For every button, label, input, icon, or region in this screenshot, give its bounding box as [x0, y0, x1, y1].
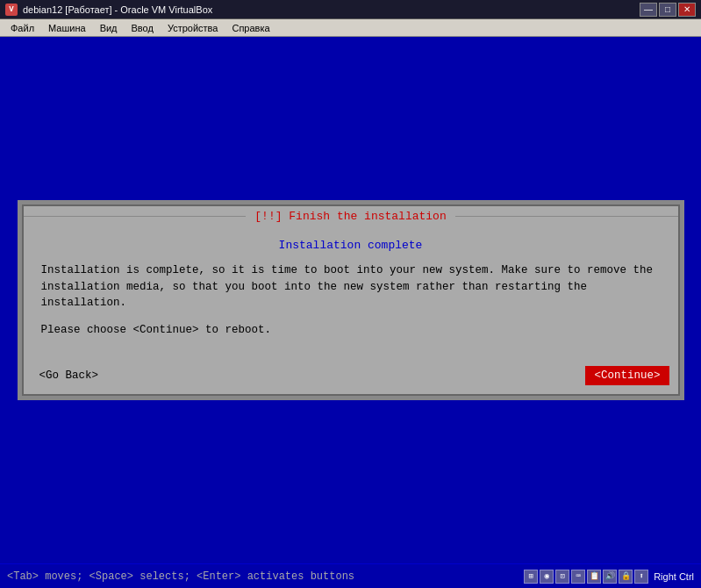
menu-devices[interactable]: Устройства [161, 21, 225, 35]
go-back-button[interactable]: <Go Back> [32, 366, 106, 385]
taskbar-icon-4[interactable]: ⌨ [571, 570, 585, 584]
dialog-titlebar: [!!] Finish the installation [24, 206, 678, 226]
continue-button[interactable]: <Continue> [585, 366, 669, 385]
dialog-body: Installation complete Installation is co… [24, 226, 678, 362]
vm-screen: [!!] Finish the installation Installatio… [0, 37, 701, 563]
right-ctrl-label: Right Ctrl [654, 571, 694, 582]
taskbar-icon-2[interactable]: ◉ [540, 570, 554, 584]
maximize-button[interactable]: □ [659, 3, 676, 17]
titlebar: V debian12 [Работает] - Oracle VM Virtua… [0, 0, 701, 19]
statusbar-right: ⊞ ◉ ⊡ ⌨ 📋 🔊 🔒 ⬆ Right Ctrl [524, 570, 694, 584]
app-icon: V [5, 4, 18, 16]
close-button[interactable]: ✕ [678, 3, 696, 17]
taskbar-icon-7[interactable]: 🔒 [619, 570, 633, 584]
menu-help[interactable]: Справка [225, 21, 276, 35]
window-controls: — □ ✕ [640, 3, 696, 17]
taskbar-icon-1[interactable]: ⊞ [524, 570, 538, 584]
finish-installation-dialog: [!!] Finish the installation Installatio… [22, 204, 680, 396]
taskbar-icon-8[interactable]: ⬆ [634, 570, 648, 584]
minimize-button[interactable]: — [640, 3, 657, 17]
menu-machine[interactable]: Машина [41, 21, 93, 35]
menu-file[interactable]: Файл [4, 21, 41, 35]
dialog-body-text: Installation is complete, so it is time … [41, 262, 661, 312]
dialog-prompt: Please choose <Continue> to reboot. [41, 324, 661, 336]
window-title: debian12 [Работает] - Oracle VM VirtualB… [23, 4, 640, 15]
dialog-outer: [!!] Finish the installation Installatio… [18, 200, 684, 400]
menu-input[interactable]: Ввод [125, 21, 161, 35]
dialog-buttons: <Go Back> <Continue> [24, 362, 678, 394]
menu-view[interactable]: Вид [93, 21, 125, 35]
dialog-title: [!!] Finish the installation [246, 210, 454, 223]
dialog-subtitle: Installation complete [41, 239, 661, 252]
statusbar: <Tab> moves; <Space> selects; <Enter> ac… [0, 563, 701, 588]
taskbar-icon-3[interactable]: ⊡ [555, 570, 569, 584]
menubar: Файл Машина Вид Ввод Устройства Справка [0, 19, 701, 37]
taskbar-icon-6[interactable]: 🔊 [603, 570, 617, 584]
statusbar-text: <Tab> moves; <Space> selects; <Enter> ac… [7, 570, 354, 583]
taskbar-icon-5[interactable]: 📋 [587, 570, 601, 584]
